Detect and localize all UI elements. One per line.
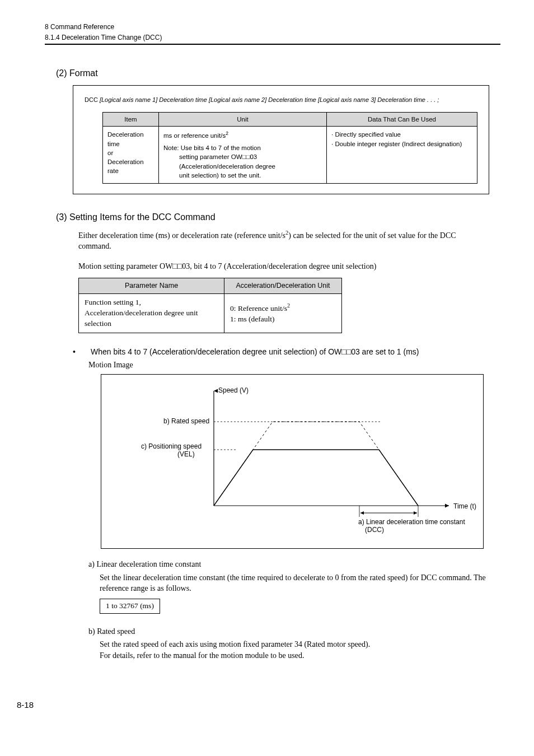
chart-pos-label1: c) Positioning speed [141,442,202,450]
motion-image-label: Motion Image [88,360,500,371]
chart-decel-label2: (DCC) [365,526,384,534]
dcc-syntax-line: DCC [Logical axis name 1] Deceleration t… [85,96,477,104]
cell-param-name: Function setting 1, Acceleration/deceler… [79,294,224,333]
cell-unit: ms or reference unit/s2 Note: Use bits 4… [159,127,327,183]
accel0: 0: Reference unit/s [230,304,287,312]
motion-chart: Speed (V) Time (t) b) Rated speed c) Pos… [101,374,484,549]
chart-svg: Speed (V) Time (t) b) Rated speed c) Pos… [107,382,477,539]
col-item: Item [103,113,159,127]
data-opt2: · Double integer register (Indirect desi… [331,139,472,148]
sub-item-b: b) Rated speed Set the rated speed of ea… [88,626,489,661]
col-data: Data That Can Be Used [327,113,477,127]
p1a: Either deceleration time (ms) or deceler… [78,231,285,240]
chart-decel-label1: a) Linear deceleration time constant [358,518,465,526]
chart-rated-label: b) Rated speed [163,417,209,425]
data-opt1: · Directly specified value [331,130,472,139]
col-param-name: Parameter Name [79,278,224,294]
format-table: Item Unit Data That Can Be Used Decelera… [102,112,477,183]
bullet-dot-icon: • [73,347,81,358]
format-box: DCC [Logical axis name 1] Deceleration t… [73,85,489,194]
p1: Either deceleration time (ms) or deceler… [78,229,489,252]
bullet-text: When bits 4 to 7 (Acceleration/decelerat… [81,347,419,356]
note-label: Note: Use bits 4 to 7 of the motion [163,144,261,151]
sub-a-desc: Set the linear deceleration time constan… [100,572,489,594]
sub-b-desc1: Set the rated speed of each axis using m… [100,639,489,650]
cell-accel-unit: 0: Reference unit/s2 1: ms (default) [224,294,342,333]
p2: Motion setting parameter OW□□03, bit 4 t… [78,261,489,272]
param-table: Parameter Name Acceleration/Deceleration… [78,278,342,333]
cell-data: · Directly specified value · Double inte… [327,127,477,183]
section-3-title: (3) Setting Items for the DCC Command [56,211,500,223]
unit-text: ms or reference unit/s [163,132,226,139]
bullet-heading: •When bits 4 to 7 (Acceleration/decelera… [73,347,500,358]
note-line4: unit selection) to set the unit. [163,171,322,180]
sub-b-desc2: For details, refer to the manual for the… [100,650,489,661]
cell-item: Deceleration time or Deceleration rate [103,127,159,183]
chapter-label: 8 Command Reference [45,22,500,32]
col-accel-unit: Acceleration/Deceleration Unit [224,278,342,294]
chart-pos-label2: (VEL) [177,450,195,458]
chart-xlabel: Time (t) [453,502,476,510]
sub-a-label: a) Linear deceleration time constant [88,559,489,570]
section-2-title: (2) Format [56,67,500,80]
chart-ylabel: Speed (V) [218,386,249,394]
col-unit: Unit [159,113,327,127]
section-label: 8.1.4 Deceleration Time Change (DCC) [45,33,500,44]
range-box: 1 to 32767 (ms) [100,599,160,614]
sub-item-a: a) Linear deceleration time constant Set… [88,559,489,614]
unit-sup: 2 [226,130,228,136]
accel1: 1: ms (default) [230,315,274,323]
accel0sup: 2 [287,302,290,309]
dcc-prefix: DCC [85,96,98,103]
section-3-body: Either deceleration time (ms) or deceler… [78,229,489,272]
sub-b-label: b) Rated speed [88,626,489,637]
note-line2: setting parameter OW□□03 [163,152,322,161]
note-line3: (Acceleration/deceleration degree [163,162,322,171]
dcc-args: [Logical axis name 1] Deceleration time … [98,96,439,103]
